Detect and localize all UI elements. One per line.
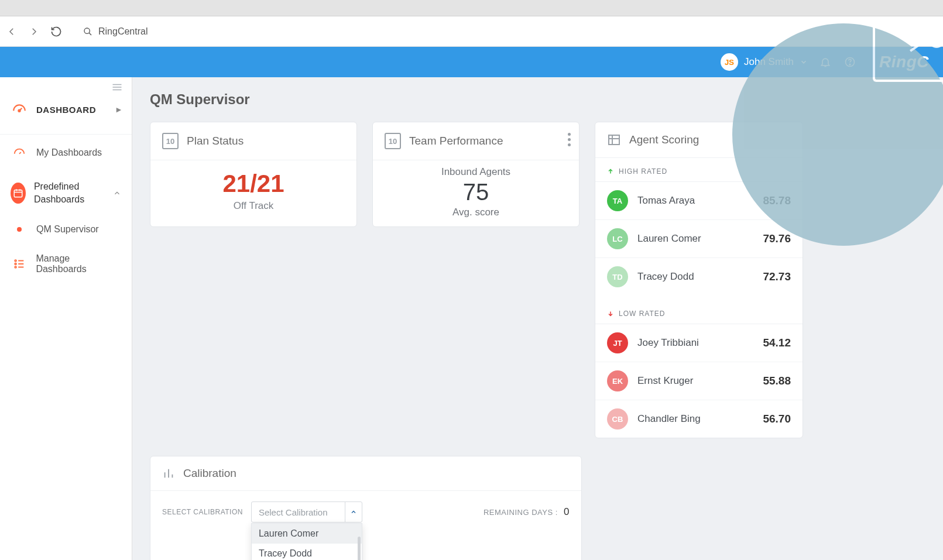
avatar: CB <box>607 408 628 430</box>
svg-point-3 <box>18 110 20 112</box>
agent-name: Chandler Bing <box>637 413 753 425</box>
agent-score-row[interactable]: JT Joey Tribbiani 54.12 <box>595 324 803 362</box>
remaining-label: REMAINING DAYS : <box>483 508 558 517</box>
sidebar-item-label: My Dashboards <box>36 147 102 158</box>
bullet-icon <box>17 227 22 232</box>
agent-score-row[interactable]: EK Ernst Kruger 55.88 <box>595 362 803 400</box>
sidebar-item-label: QM Supervisor <box>36 224 99 235</box>
sidebar-item-predefined-dashboards[interactable]: Predefined Dashboards <box>0 171 132 215</box>
sidebar-item-qm-supervisor[interactable]: QM Supervisor <box>0 215 132 244</box>
more-icon[interactable] <box>568 133 571 146</box>
card-header: Calibration <box>150 456 581 491</box>
sidebar-heading-label: DASHBOARD <box>36 105 96 115</box>
list-icon <box>11 255 28 273</box>
agent-score: 55.88 <box>763 375 791 387</box>
agent-name: Tracey Dodd <box>637 271 753 283</box>
avatar: JT <box>607 332 628 353</box>
scrollbar-thumb[interactable] <box>358 537 361 560</box>
section-label: LOW RATED <box>619 310 665 318</box>
gauge-icon <box>11 144 28 162</box>
bar-chart-icon <box>162 467 175 480</box>
agent-score-row[interactable]: LC Lauren Comer 79.76 <box>595 220 803 258</box>
agent-score: 72.73 <box>763 270 791 283</box>
avatar: TD <box>607 266 628 287</box>
table-icon <box>607 133 621 147</box>
agent-score: 56.70 <box>763 413 791 425</box>
select-placeholder: Select Calibration <box>259 507 328 517</box>
card-title: Calibration <box>183 467 236 480</box>
user-avatar: JS <box>721 53 738 71</box>
count-badge: 10 <box>162 133 179 149</box>
search-icon <box>83 27 92 36</box>
forward-icon[interactable] <box>27 25 41 39</box>
gauge-icon <box>11 101 28 118</box>
plan-status-label: Off Track <box>234 200 274 212</box>
svg-rect-4 <box>14 190 22 197</box>
team-value: 75 <box>463 179 489 205</box>
svg-point-7 <box>15 266 16 268</box>
card-header: 10 Plan Status <box>150 122 356 160</box>
agent-name: Lauren Comer <box>637 233 753 245</box>
svg-point-6 <box>15 263 16 265</box>
agent-score-row[interactable]: CB Chandler Bing 56.70 <box>595 400 803 438</box>
sidebar-collapse-icon[interactable] <box>0 77 132 91</box>
team-top-label: Inbound Agents <box>441 166 510 178</box>
arrow-down-icon <box>607 310 614 317</box>
sidebar-heading-dashboard[interactable]: DASHBOARD ▸ <box>0 91 132 128</box>
card-header: 10 Team Performance <box>373 122 579 160</box>
avatar: LC <box>607 228 628 249</box>
svg-point-0 <box>84 28 90 33</box>
caret-right-icon: ▸ <box>116 104 122 115</box>
agent-name: Ernst Kruger <box>637 375 753 387</box>
calibration-select[interactable]: Select Calibration Lauren ComerTracey Do… <box>251 501 362 523</box>
count-badge: 10 <box>385 133 401 149</box>
agent-name: Tomas Araya <box>637 195 753 207</box>
remaining-value: 0 <box>564 506 570 517</box>
sidebar: DASHBOARD ▸ My Dashboards Predefined Das… <box>0 77 132 560</box>
browser-tab-strip <box>0 0 943 16</box>
svg-point-5 <box>15 260 16 262</box>
agent-score: 54.12 <box>763 336 791 349</box>
section-label: HIGH RATED <box>619 167 667 176</box>
sidebar-item-manage-dashboards[interactable]: Manage Dashboards <box>0 244 132 284</box>
team-performance-card: 10 Team Performance Inbound Agents 75 Av… <box>372 122 579 227</box>
select-calibration-label: SELECT CALIBRATION <box>162 508 243 516</box>
arrow-up-icon <box>607 168 614 175</box>
dropdown-option[interactable]: Tracey Dodd <box>252 544 362 560</box>
low-rated-section: LOW RATED <box>595 296 803 324</box>
team-bottom-label: Avg. score <box>452 207 499 218</box>
calibration-dropdown-menu: Lauren ComerTracey DoddLauren Comer▲Hugh… <box>251 523 362 560</box>
plan-status-card: 10 Plan Status 21/21 Off Track <box>150 122 357 227</box>
address-bar[interactable]: RingCentral <box>71 26 148 37</box>
remaining-days: REMAINING DAYS : 0 <box>483 506 570 518</box>
card-title: Plan Status <box>187 135 244 147</box>
chevron-up-icon[interactable] <box>345 501 362 523</box>
app-header: JS John Smith RingC <box>0 47 943 77</box>
sidebar-item-label: Manage Dashboards <box>36 253 121 274</box>
calendar-icon <box>11 183 26 204</box>
address-text: RingCentral <box>98 26 148 37</box>
agent-score-row[interactable]: TD Tracey Dodd 72.73 <box>595 258 803 296</box>
dropdown-option[interactable]: Lauren Comer <box>252 524 362 544</box>
sidebar-item-label: Predefined Dashboards <box>34 180 105 205</box>
chevron-up-icon <box>113 189 121 197</box>
card-title: Agent Scoring <box>629 133 699 146</box>
refresh-icon[interactable] <box>49 25 63 39</box>
avatar: TA <box>607 190 628 211</box>
plan-status-value: 21/21 <box>222 170 284 198</box>
card-title: Team Performance <box>409 135 503 147</box>
tutorial-overlay-bubble <box>732 23 943 246</box>
calibration-card: Calibration SELECT CALIBRATION Select Ca… <box>150 456 582 560</box>
avatar: EK <box>607 370 628 391</box>
svg-rect-8 <box>609 135 619 145</box>
agent-score: 79.76 <box>763 232 791 245</box>
agent-name: Joey Tribbiani <box>637 337 753 349</box>
back-icon[interactable] <box>5 25 19 39</box>
sidebar-item-my-dashboards[interactable]: My Dashboards <box>0 135 132 171</box>
